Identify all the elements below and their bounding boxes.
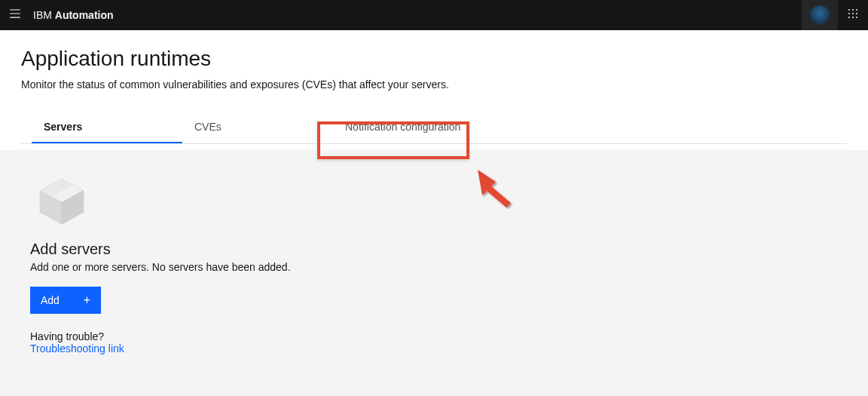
svg-point-0 [848, 9, 850, 11]
user-avatar-button[interactable] [802, 0, 838, 30]
svg-point-1 [852, 9, 854, 11]
content-area: Add servers Add one or more servers. No … [0, 150, 868, 396]
svg-point-8 [856, 17, 857, 18]
hamburger-menu-button[interactable] [0, 0, 30, 30]
tab-notification-configuration[interactable]: Notification configuration [333, 112, 484, 143]
brand-light: IBM [33, 9, 55, 21]
topbar-left: IBM Automation [0, 0, 114, 30]
troubleshooting-block: Having trouble? Troubleshooting link [30, 330, 838, 355]
empty-state-title: Add servers [30, 241, 838, 258]
avatar-icon [810, 5, 830, 25]
troubleshooting-link[interactable]: Troubleshooting link [30, 342, 124, 355]
package-icon [35, 174, 89, 229]
svg-point-7 [852, 17, 854, 18]
page-header: Application runtimes Monitor the status … [0, 30, 868, 150]
trouble-label: Having trouble? [30, 330, 838, 342]
brand-bold: Automation [55, 9, 114, 21]
empty-state-description: Add one or more servers. No servers have… [30, 261, 838, 273]
add-button[interactable]: Add + [30, 287, 101, 314]
plus-icon: + [84, 294, 90, 306]
app-switcher-button[interactable] [838, 0, 868, 30]
svg-point-2 [856, 9, 857, 11]
empty-state: Add servers Add one or more servers. No … [30, 174, 838, 355]
tab-servers[interactable]: Servers [32, 112, 182, 143]
page-title: Application runtimes [21, 47, 847, 71]
svg-point-3 [848, 13, 850, 14]
svg-point-5 [856, 13, 857, 14]
svg-point-6 [848, 17, 850, 18]
top-navbar: IBM Automation [0, 0, 868, 30]
topbar-right [802, 0, 868, 30]
tab-cves[interactable]: CVEs [182, 112, 333, 143]
svg-point-4 [852, 13, 854, 14]
add-button-label: Add [41, 294, 60, 306]
page-description: Monitor the status of common vulnerabili… [21, 78, 847, 91]
app-grid-icon [847, 8, 859, 23]
hamburger-icon [8, 7, 22, 23]
brand-label: IBM Automation [30, 9, 114, 21]
tabs-container: Servers CVEs Notification configuration [21, 112, 847, 144]
